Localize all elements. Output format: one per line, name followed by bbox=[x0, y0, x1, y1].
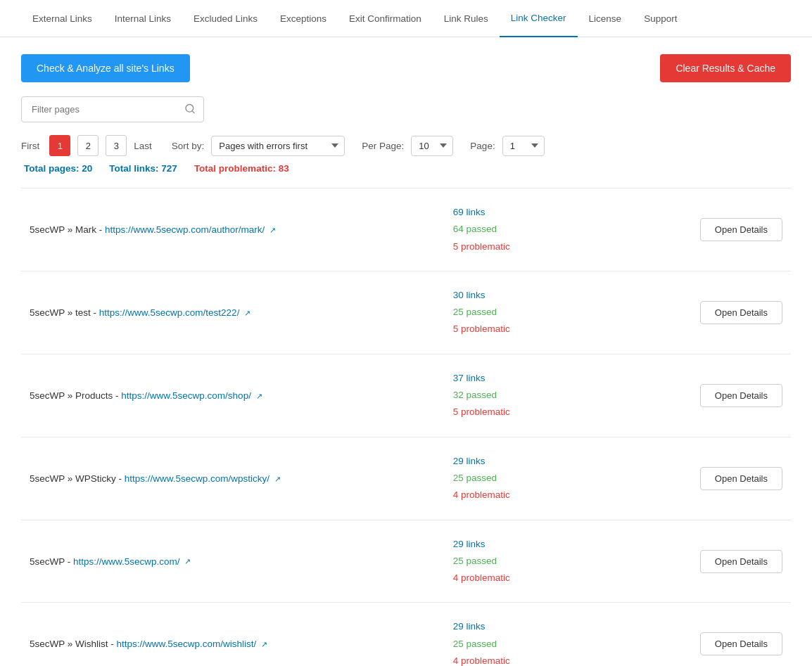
total-links-label: Total links: bbox=[109, 163, 158, 174]
external-link-icon: ↗ bbox=[256, 392, 262, 401]
page-link[interactable]: https://www.5secwp.com/author/mark/ bbox=[105, 224, 265, 235]
stats-cell: 30 links 25 passed 5 problematic bbox=[445, 271, 637, 354]
total-problematic-stat: Total problematic: 83 bbox=[194, 163, 289, 174]
nav-item-exit-confirmation[interactable]: Exit Confirmation bbox=[338, 1, 433, 37]
page-link[interactable]: https://www.5secwp.com/wpsticky/ bbox=[125, 473, 269, 484]
passed-count: 25 passed bbox=[453, 553, 629, 570]
total-pages-value: 20 bbox=[82, 163, 92, 174]
table-row: 5secWP » Mark - https://www.5secwp.com/a… bbox=[21, 188, 791, 271]
passed-count: 64 passed bbox=[453, 221, 629, 238]
sort-select[interactable]: Pages with errors first Pages with most … bbox=[211, 136, 345, 156]
stats-row: Total pages: 20 Total links: 727 Total p… bbox=[21, 163, 791, 174]
external-link-icon: ↗ bbox=[184, 557, 191, 566]
page-link[interactable]: https://www.5secwp.com/shop/ bbox=[121, 390, 251, 401]
nav-item-excluded-links[interactable]: Excluded Links bbox=[182, 1, 269, 37]
links-count: 30 links bbox=[453, 287, 629, 304]
page-cell: 5secWP » WPSticky - https://www.5secwp.c… bbox=[21, 437, 445, 520]
page-text: 5secWP » Products - bbox=[30, 390, 121, 401]
problematic-count: 4 problematic bbox=[453, 653, 629, 666]
page-text: 5secWP - bbox=[30, 556, 73, 567]
action-cell: Open Details bbox=[637, 603, 791, 666]
page-cell: 5secWP » Mark - https://www.5secwp.com/a… bbox=[21, 188, 445, 271]
external-link-icon: ↗ bbox=[274, 475, 281, 484]
action-cell: Open Details bbox=[637, 188, 791, 271]
per-page-label: Per Page: bbox=[362, 141, 404, 151]
page-btn-2[interactable]: 2 bbox=[77, 135, 99, 156]
total-problematic-value: 83 bbox=[279, 163, 289, 174]
action-cell: Open Details bbox=[637, 520, 791, 603]
links-count: 37 links bbox=[453, 370, 629, 387]
external-link-icon: ↗ bbox=[269, 226, 276, 235]
links-count: 69 links bbox=[453, 204, 629, 221]
per-page-select[interactable]: 10 20 50 bbox=[411, 136, 453, 156]
page-cell: 5secWP - https://www.5secwp.com/ ↗ bbox=[21, 520, 445, 603]
problematic-count: 4 problematic bbox=[453, 487, 629, 504]
page-link[interactable]: https://www.5secwp.com/ bbox=[73, 556, 180, 567]
stats-cell: 29 links 25 passed 4 problematic bbox=[445, 603, 637, 666]
stats-cell: 29 links 25 passed 4 problematic bbox=[445, 437, 637, 520]
action-cell: Open Details bbox=[637, 354, 791, 437]
page-number-select[interactable]: 1 2 3 bbox=[502, 136, 545, 156]
results-table: 5secWP » Mark - https://www.5secwp.com/a… bbox=[21, 188, 791, 666]
table-row: 5secWP - https://www.5secwp.com/ ↗ 29 li… bbox=[21, 520, 791, 603]
page-label: Page: bbox=[470, 141, 495, 151]
total-pages-stat: Total pages: 20 bbox=[24, 163, 92, 174]
nav-item-external-links[interactable]: External Links bbox=[21, 1, 103, 37]
page-cell: 5secWP » test - https://www.5secwp.com/t… bbox=[21, 271, 445, 354]
page-text: 5secWP » test - bbox=[30, 307, 99, 318]
action-cell: Open Details bbox=[637, 437, 791, 520]
nav-item-license[interactable]: License bbox=[578, 1, 633, 37]
nav-bar: External Links Internal Links Excluded L… bbox=[0, 0, 812, 37]
problematic-count: 5 problematic bbox=[453, 321, 629, 338]
page-cell: 5secWP » Wishlist - https://www.5secwp.c… bbox=[21, 603, 445, 666]
links-count: 29 links bbox=[453, 453, 629, 470]
total-problematic-label: Total problematic: bbox=[194, 163, 276, 174]
passed-count: 25 passed bbox=[453, 304, 629, 321]
problematic-count: 4 problematic bbox=[453, 570, 629, 587]
page-link[interactable]: https://www.5secwp.com/test222/ bbox=[99, 307, 240, 318]
open-details-button[interactable]: Open Details bbox=[700, 301, 782, 324]
open-details-button[interactable]: Open Details bbox=[700, 384, 782, 407]
filter-input-wrap bbox=[21, 96, 204, 122]
controls-row: First 1 2 3 Last Sort by: Pages with err… bbox=[21, 135, 791, 156]
open-details-button[interactable]: Open Details bbox=[700, 550, 782, 573]
page-text: 5secWP » Mark - bbox=[30, 224, 105, 235]
open-details-button[interactable]: Open Details bbox=[700, 467, 782, 490]
nav-item-exceptions[interactable]: Exceptions bbox=[269, 1, 338, 37]
action-row: Check & Analyze all site's Links Clear R… bbox=[21, 54, 791, 82]
passed-count: 32 passed bbox=[453, 387, 629, 404]
filter-pages-input[interactable] bbox=[21, 96, 204, 122]
passed-count: 25 passed bbox=[453, 636, 629, 653]
page-cell: 5secWP » Products - https://www.5secwp.c… bbox=[21, 354, 445, 437]
links-count: 29 links bbox=[453, 536, 629, 553]
table-row: 5secWP » Products - https://www.5secwp.c… bbox=[21, 354, 791, 437]
passed-count: 25 passed bbox=[453, 470, 629, 487]
stats-cell: 69 links 64 passed 5 problematic bbox=[445, 188, 637, 271]
nav-item-support[interactable]: Support bbox=[633, 1, 688, 37]
nav-item-link-checker[interactable]: Link Checker bbox=[500, 0, 578, 37]
stats-cell: 29 links 25 passed 4 problematic bbox=[445, 520, 637, 603]
page-link[interactable]: https://www.5secwp.com/wishlist/ bbox=[117, 639, 257, 649]
open-details-button[interactable]: Open Details bbox=[700, 218, 782, 241]
action-cell: Open Details bbox=[637, 271, 791, 354]
nav-item-internal-links[interactable]: Internal Links bbox=[103, 1, 182, 37]
page-text: 5secWP » WPSticky - bbox=[30, 473, 125, 484]
page-text: 5secWP » Wishlist - bbox=[30, 639, 117, 649]
check-analyze-button[interactable]: Check & Analyze all site's Links bbox=[21, 54, 190, 82]
total-pages-label: Total pages: bbox=[24, 163, 80, 174]
page-btn-1[interactable]: 1 bbox=[49, 135, 70, 156]
problematic-count: 5 problematic bbox=[453, 238, 629, 255]
page-btn-3[interactable]: 3 bbox=[106, 135, 127, 156]
clear-results-button[interactable]: Clear Results & Cache bbox=[660, 54, 791, 82]
table-row: 5secWP » Wishlist - https://www.5secwp.c… bbox=[21, 603, 791, 666]
filter-row bbox=[21, 96, 791, 122]
total-links-stat: Total links: 727 bbox=[109, 163, 177, 174]
external-link-icon: ↗ bbox=[261, 640, 267, 649]
nav-item-link-rules[interactable]: Link Rules bbox=[433, 1, 500, 37]
open-details-button[interactable]: Open Details bbox=[700, 632, 782, 655]
stats-cell: 37 links 32 passed 5 problematic bbox=[445, 354, 637, 437]
total-links-value: 727 bbox=[161, 163, 177, 174]
links-count: 29 links bbox=[453, 618, 629, 635]
problematic-count: 5 problematic bbox=[453, 404, 629, 421]
sort-by-label: Sort by: bbox=[172, 141, 205, 151]
